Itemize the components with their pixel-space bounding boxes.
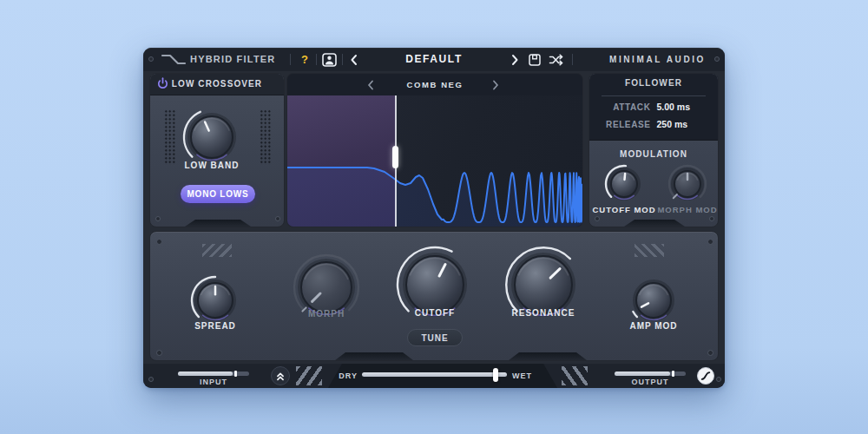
vent-dots [164,109,176,165]
filter-display-panel: COMB NEG [286,73,583,227]
divider [342,54,343,65]
screw [148,56,154,62]
preset-prev-button[interactable] [350,54,358,69]
dry-label: DRY [328,372,358,380]
screw [148,377,154,382]
morph-label: MORPH [279,309,374,319]
input-gain-fill [178,372,233,376]
hatch-decoration [202,244,232,257]
follower-section: FOLLOWER ATTACK 5.00 ms RELEASE 250 ms [589,74,718,141]
release-value[interactable]: 250 ms [657,119,707,129]
screw [156,350,162,356]
attack-label: ATTACK [601,102,651,112]
screw [156,239,162,245]
divider [602,95,706,96]
tune-button[interactable]: TUNE [407,329,463,346]
release-label: RELEASE [601,120,651,129]
filter-type-name[interactable]: COMB NEG [287,74,582,95]
mono-lows-button[interactable]: MONO LOWS [181,185,255,203]
attack-value[interactable]: 5.00 ms [657,102,707,112]
grip-notch [624,220,685,227]
amp-mod-label: AMP MOD [606,321,701,331]
header-bar: HYBRID FILTER ? DEFAULT MINIMAL AUDIO [143,48,725,71]
screw [714,56,720,62]
grip-notch [185,220,251,227]
morph-mod-label: MORPH MOD [640,205,719,214]
input-gain-slider[interactable] [178,372,249,376]
filter-curve [287,95,583,227]
cutoff-label: CUTOFF [387,308,483,318]
help-button[interactable]: ? [298,48,312,71]
account-button[interactable] [322,53,337,70]
wet-label: WET [512,372,542,380]
release-row: RELEASE 250 ms [589,117,718,131]
morph-mod-knob[interactable] [664,161,711,207]
vent-dots [260,109,272,165]
filter-type-prev-button[interactable] [367,80,374,93]
output-label: OUTPUT [615,378,686,386]
input-gain-marker [234,371,237,377]
footer-bar: INPUT DRY WET OUTPUT [143,364,725,388]
save-preset-button[interactable] [528,53,542,70]
crossover-handle[interactable] [392,146,398,168]
screw [155,216,161,221]
soft-clip-button[interactable] [697,367,714,385]
screw [716,377,721,382]
spread-label: SPREAD [168,321,263,331]
plugin-window: HYBRID FILTER ? DEFAULT MINIMAL AUDIO [143,48,725,388]
filter-type-next-button[interactable] [492,80,499,93]
low-crossover-title: LOW CROSSOVER [150,74,284,95]
dry-wet-slider[interactable] [362,372,507,377]
brand-logo-icon [161,53,187,70]
low-crossover-header: LOW CROSSOVER [150,74,284,95]
screw [707,350,713,356]
divider [316,54,317,65]
plugin-title: HYBRID FILTER [190,48,276,71]
hatch-decoration [635,244,664,257]
collapse-button[interactable] [271,366,290,385]
dry-wet-handle[interactable] [493,368,498,382]
divider [290,54,291,65]
attack-row: ATTACK 5.00 ms [589,100,718,114]
resonance-label: RESONANCE [496,308,591,318]
output-gain-slider[interactable] [615,372,686,376]
output-gain-marker [672,371,674,377]
preset-name[interactable]: DEFAULT [386,48,482,71]
follower-title: FOLLOWER [589,74,718,93]
display-header: COMB NEG [287,74,582,96]
screw [709,216,714,221]
power-icon[interactable] [156,77,169,94]
input-label: INPUT [178,378,249,386]
slash-decoration [562,366,588,385]
low-crossover-panel: LOW CROSSOVER LOW BAND MONO LOWS [149,73,285,227]
screw [595,216,600,221]
main-knob-panel: SPREAD MORPH CUTOFF RESONANCE AMP MOD TU… [149,231,719,361]
low-band-label: LOW BAND [164,161,260,170]
slash-decoration [296,366,322,385]
brand-name: MINIMAL AUDIO [609,48,706,71]
double-chevron-up-icon [274,370,286,382]
cutoff-mod-knob[interactable] [601,161,648,207]
s-curve-icon [700,370,712,382]
filter-visualizer [287,95,583,227]
randomize-button[interactable] [549,54,564,69]
output-gain-fill [615,372,670,376]
grip-notch [335,352,413,360]
screw [707,239,713,245]
follower-panel: FOLLOWER ATTACK 5.00 ms RELEASE 250 ms M… [589,73,719,227]
divider [572,54,573,65]
preset-next-button[interactable] [511,54,519,69]
screw [275,216,280,221]
grip-notch [509,352,587,360]
